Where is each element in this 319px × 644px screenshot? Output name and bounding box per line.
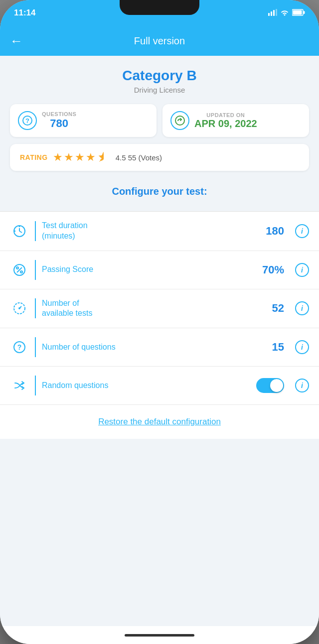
timer-icon — [10, 299, 29, 318]
phone-screen: 11:14 — [0, 0, 319, 644]
restore-link[interactable]: Restore the default configuration — [98, 417, 221, 426]
config-row-duration[interactable]: Test duration(minutes) 180 i — [0, 212, 319, 251]
config-list: Test duration(minutes) 180 i — [0, 211, 319, 405]
nav-title: Full version — [134, 35, 185, 47]
home-bar — [125, 634, 194, 637]
rating-label: RATING — [20, 153, 48, 161]
num-questions-value: 15 — [272, 341, 284, 354]
rating-card: RATING ★ ★ ★ ★ ⯨ 4.5 55 (Votes) — [10, 144, 309, 171]
questions-info: QUESTIONS 780 — [42, 111, 76, 130]
svg-point-4 — [284, 14, 286, 15]
num-questions-label: Number of questions — [42, 342, 266, 353]
category-title: Category B — [10, 68, 309, 84]
svg-rect-6 — [304, 11, 305, 14]
signal-icon — [268, 9, 277, 17]
svg-rect-0 — [268, 13, 270, 16]
notch — [120, 0, 199, 15]
svg-rect-2 — [273, 10, 275, 16]
wifi-icon — [280, 9, 289, 17]
back-button[interactable]: ← — [10, 33, 23, 49]
status-icons — [268, 9, 305, 17]
nav-bar: ← Full version — [0, 26, 319, 56]
phone-frame: 11:14 — [0, 0, 319, 644]
header-section: Category B Driving License ? QUESTIONS — [0, 56, 319, 211]
home-indicator — [0, 626, 319, 644]
config-row-random[interactable]: Random questions i — [0, 367, 319, 405]
questions-value: 780 — [42, 117, 76, 130]
divider-3 — [35, 298, 36, 318]
divider-4 — [35, 337, 36, 357]
stars: ★ ★ ★ ★ ⯨ — [53, 151, 108, 164]
updated-label: UPDATED ON — [194, 112, 257, 118]
status-time: 11:14 — [14, 8, 35, 18]
category-subtitle: Driving License — [10, 86, 309, 94]
updated-info: UPDATED ON APR 09, 2022 — [194, 112, 257, 129]
star-4: ★ — [86, 151, 96, 164]
updated-icon — [170, 111, 189, 130]
questions-icon: ? — [18, 111, 37, 130]
svg-text:?: ? — [17, 343, 22, 351]
svg-line-17 — [17, 267, 22, 272]
duration-info-button[interactable]: i — [295, 224, 309, 238]
config-row-passing[interactable]: Passing Score 70% i — [0, 251, 319, 289]
star-5: ⯨ — [97, 151, 108, 164]
passing-label: Passing Score — [42, 264, 256, 275]
svg-line-13 — [19, 231, 22, 233]
num-questions-info-button[interactable]: i — [295, 340, 309, 354]
stats-row: ? QUESTIONS 780 — [10, 104, 309, 137]
star-2: ★ — [64, 151, 74, 164]
passing-value: 70% — [262, 263, 284, 276]
random-info-button[interactable]: i — [295, 379, 309, 392]
passing-info-button[interactable]: i — [295, 263, 309, 277]
toggle-thumb — [270, 379, 283, 392]
svg-point-18 — [16, 267, 18, 269]
available-label: Number ofavailable tests — [42, 298, 266, 319]
duration-label: Test duration(minutes) — [42, 221, 260, 242]
random-label: Random questions — [42, 381, 250, 391]
content-scroll[interactable]: Category B Driving License ? QUESTIONS — [0, 56, 319, 626]
updated-value: APR 09, 2022 — [194, 118, 257, 129]
questions-label: QUESTIONS — [42, 111, 76, 117]
random-toggle[interactable] — [256, 378, 284, 393]
star-3: ★ — [75, 151, 85, 164]
available-info-button[interactable]: i — [295, 301, 309, 315]
duration-value: 180 — [266, 225, 284, 238]
percent-icon — [10, 260, 29, 279]
rating-text: 4.5 55 (Votes) — [116, 153, 162, 162]
available-value: 52 — [272, 302, 284, 315]
battery-icon — [292, 9, 305, 17]
svg-rect-1 — [271, 11, 272, 16]
svg-rect-7 — [293, 10, 302, 14]
configure-heading: Configure your test: — [10, 181, 309, 205]
clock-icon — [10, 222, 29, 241]
restore-section: Restore the default configuration — [0, 405, 319, 439]
updated-card: UPDATED ON APR 09, 2022 — [162, 104, 309, 137]
svg-rect-3 — [276, 9, 277, 16]
divider-2 — [35, 260, 36, 280]
divider-5 — [35, 376, 36, 395]
svg-text:?: ? — [25, 117, 29, 125]
divider-1 — [35, 221, 36, 241]
shuffle-icon — [10, 376, 29, 395]
questions-card: ? QUESTIONS 780 — [10, 104, 157, 137]
config-row-questions[interactable]: ? Number of questions 15 i — [0, 328, 319, 367]
svg-point-19 — [20, 271, 22, 273]
question-icon: ? — [10, 338, 29, 357]
svg-point-22 — [18, 307, 20, 309]
config-row-available[interactable]: Number ofavailable tests 52 i — [0, 289, 319, 329]
star-1: ★ — [53, 151, 63, 164]
